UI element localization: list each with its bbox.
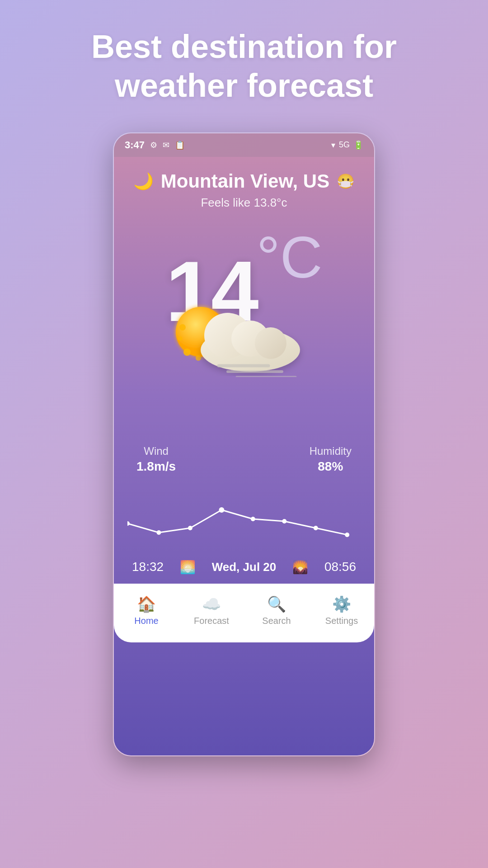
sunrise-time: 08:56 — [324, 560, 356, 574]
page-headline: Best destination for weather forecast — [55, 27, 433, 105]
nav-search[interactable]: 🔍 Search — [244, 595, 309, 626]
phone-frame: 3:47 ⚙ ✉ 📋 ▾ 5G 🔋 🌙 Mountain View, US 😷 … — [113, 132, 375, 756]
status-right: ▾ 5G 🔋 — [331, 140, 363, 150]
svg-point-8 — [255, 327, 286, 359]
svg-point-1 — [183, 349, 191, 356]
svg-point-14 — [188, 526, 192, 530]
svg-point-17 — [282, 519, 286, 524]
humidity-label: Humidity — [310, 445, 352, 458]
clipboard-status-icon: 📋 — [175, 140, 185, 150]
wind-value: 1.8m/s — [136, 459, 176, 474]
signal-label: 5G — [339, 140, 350, 150]
svg-point-15 — [219, 507, 224, 513]
mail-status-icon: ✉ — [163, 140, 169, 150]
mask-icon: 😷 — [337, 173, 355, 190]
search-nav-label: Search — [262, 616, 291, 626]
humidity-value: 88% — [310, 459, 352, 474]
nav-home[interactable]: 🏠 Home — [114, 595, 179, 626]
humidity-stat: Humidity 88% — [310, 445, 352, 474]
wifi-icon: ▾ — [331, 140, 335, 150]
status-left: 3:47 ⚙ ✉ 📋 — [125, 139, 185, 151]
battery-icon: 🔋 — [353, 140, 363, 150]
forecast-nav-label: Forecast — [194, 616, 229, 626]
svg-point-13 — [157, 530, 161, 535]
weather-illustration — [164, 269, 309, 377]
sunrise-icon: 🌄 — [292, 560, 308, 575]
home-nav-label: Home — [134, 616, 158, 626]
home-icon: 🏠 — [137, 595, 156, 613]
wind-stat: Wind 1.8m/s — [136, 445, 176, 474]
weather-stats: Wind 1.8m/s Humidity 88% — [114, 445, 374, 474]
feels-like: Feels like 13.8°c — [114, 196, 374, 210]
nav-forecast[interactable]: ☁️ Forecast — [179, 595, 244, 626]
date-display: Wed, Jul 20 — [212, 560, 277, 574]
settings-status-icon: ⚙ — [150, 140, 157, 150]
bottom-navigation: 🏠 Home ☁️ Forecast 🔍 Search ⚙️ Settings — [114, 584, 374, 642]
location-name: Mountain View, US — [161, 170, 329, 192]
status-bar: 3:47 ⚙ ✉ 📋 ▾ 5G 🔋 — [114, 133, 374, 157]
location-header: 🌙 Mountain View, US 😷 — [114, 170, 374, 192]
settings-icon: ⚙️ — [332, 595, 351, 613]
sun-times-bar: 18:32 🌅 Wed, Jul 20 🌄 08:56 — [114, 555, 374, 584]
svg-point-2 — [196, 355, 201, 361]
sunset-icon: 🌅 — [180, 560, 196, 575]
search-icon: 🔍 — [267, 595, 286, 613]
sunset-time: 18:32 — [132, 560, 164, 574]
svg-point-3 — [179, 324, 186, 330]
temp-section: 14 °C — [114, 219, 374, 363]
headline-line2: weather forecast — [115, 67, 373, 104]
svg-point-19 — [345, 533, 349, 537]
settings-nav-label: Settings — [325, 616, 358, 626]
wind-label: Wind — [136, 445, 176, 458]
weather-content: 🌙 Mountain View, US 😷 Feels like 13.8°c … — [114, 157, 374, 755]
nav-settings[interactable]: ⚙️ Settings — [309, 595, 374, 626]
svg-point-16 — [251, 517, 255, 521]
moon-icon: 🌙 — [133, 172, 154, 191]
svg-point-4 — [178, 336, 183, 341]
forecast-icon: ☁️ — [202, 595, 221, 613]
svg-point-12 — [127, 521, 130, 526]
status-time: 3:47 — [125, 139, 145, 151]
svg-point-18 — [314, 526, 318, 530]
temperature-chart — [114, 474, 374, 555]
headline-line1: Best destination for — [91, 28, 397, 65]
